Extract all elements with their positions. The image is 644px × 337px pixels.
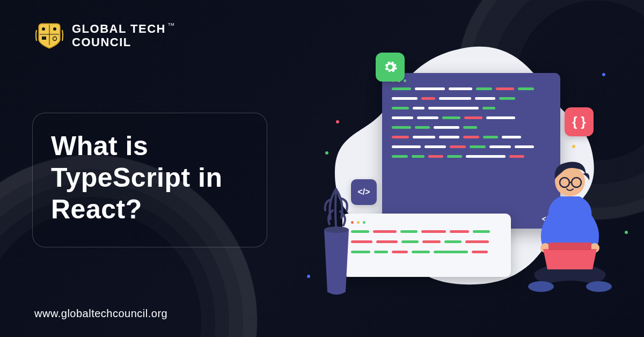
plant-vase	[314, 187, 358, 296]
svg-point-6	[324, 226, 349, 233]
svg-point-2	[42, 27, 45, 31]
braces-icon: { }	[565, 107, 594, 136]
headline-text: What is TypeScript in React?	[51, 130, 248, 225]
decorative-dot	[307, 275, 310, 278]
code-lines	[392, 87, 551, 158]
brand-name-line2: COUNCIL	[72, 35, 166, 49]
decorative-dot	[572, 145, 575, 148]
brand-emblem-icon	[34, 20, 64, 50]
brand-logo: GLOBAL TECH COUNCIL TM	[34, 20, 166, 50]
svg-rect-4	[42, 36, 46, 40]
card-code-lines	[351, 230, 502, 253]
card-window-controls	[351, 221, 502, 224]
developer-illustration	[511, 155, 629, 299]
decorative-dot	[325, 151, 328, 155]
window-controls	[392, 79, 551, 82]
decorative-dot	[336, 120, 339, 123]
trademark-symbol: TM	[168, 22, 174, 27]
website-url: www.globaltechcouncil.org	[34, 307, 167, 320]
brand-name: GLOBAL TECH COUNCIL TM	[72, 22, 166, 49]
brand-name-line1: GLOBAL TECH	[72, 22, 166, 35]
svg-rect-15	[548, 243, 591, 250]
headline-card: What is TypeScript in React?	[32, 113, 267, 247]
svg-point-8	[586, 281, 612, 292]
window-max-dot	[404, 79, 406, 82]
svg-point-7	[528, 281, 554, 292]
decorative-dot	[625, 231, 628, 234]
card-max-dot	[363, 221, 365, 224]
gear-icon	[376, 53, 405, 82]
hero-illustration: </> { } </>	[304, 39, 636, 312]
decorative-dot	[602, 73, 605, 76]
svg-point-3	[53, 27, 56, 31]
code-card	[342, 214, 511, 277]
